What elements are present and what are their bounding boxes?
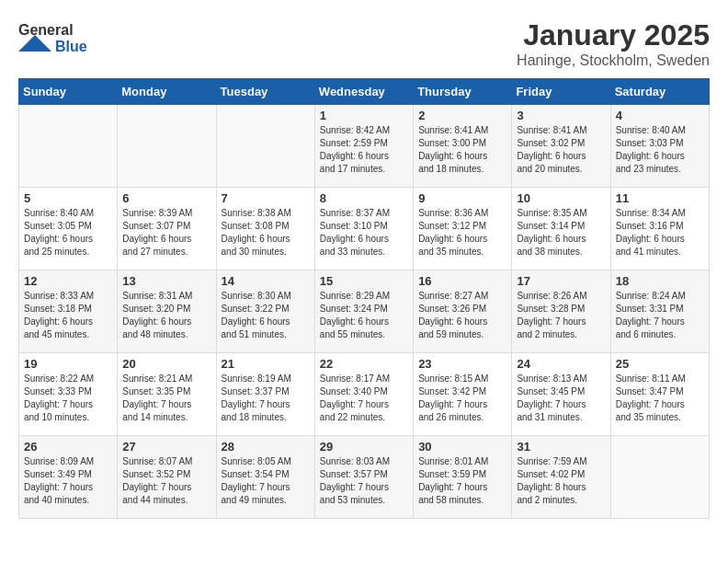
- calendar-week-5: 26Sunrise: 8:09 AM Sunset: 3:49 PM Dayli…: [19, 436, 710, 519]
- svg-text:Blue: Blue: [55, 39, 87, 52]
- day-info: Sunrise: 7:59 AM Sunset: 4:02 PM Dayligh…: [517, 455, 605, 507]
- day-info: Sunrise: 8:24 AM Sunset: 3:31 PM Dayligh…: [616, 290, 704, 341]
- day-number: 5: [24, 191, 112, 205]
- day-number: 2: [418, 109, 506, 122]
- svg-text:General: General: [18, 22, 74, 38]
- weekday-header-sunday: Sunday: [19, 79, 118, 105]
- calendar-cell: 17Sunrise: 8:26 AM Sunset: 3:28 PM Dayli…: [512, 270, 610, 353]
- day-info: Sunrise: 8:21 AM Sunset: 3:35 PM Dayligh…: [122, 373, 210, 424]
- day-number: 19: [24, 357, 112, 371]
- day-info: Sunrise: 8:41 AM Sunset: 3:00 PM Dayligh…: [418, 124, 506, 176]
- day-info: Sunrise: 8:01 AM Sunset: 3:59 PM Dayligh…: [418, 455, 506, 507]
- calendar-cell: 11Sunrise: 8:34 AM Sunset: 3:16 PM Dayli…: [610, 188, 709, 270]
- day-info: Sunrise: 8:31 AM Sunset: 3:20 PM Dayligh…: [122, 290, 210, 341]
- day-number: 30: [418, 440, 506, 454]
- calendar-cell: 26Sunrise: 8:09 AM Sunset: 3:49 PM Dayli…: [19, 436, 118, 519]
- day-info: Sunrise: 8:11 AM Sunset: 3:47 PM Dayligh…: [616, 373, 704, 424]
- day-number: 16: [418, 274, 506, 288]
- day-info: Sunrise: 8:37 AM Sunset: 3:10 PM Dayligh…: [320, 207, 408, 259]
- day-info: Sunrise: 8:40 AM Sunset: 3:03 PM Dayligh…: [616, 124, 704, 176]
- day-number: 8: [320, 191, 408, 205]
- calendar-cell: 31Sunrise: 7:59 AM Sunset: 4:02 PM Dayli…: [512, 436, 610, 519]
- day-info: Sunrise: 8:19 AM Sunset: 3:37 PM Dayligh…: [222, 373, 310, 424]
- day-number: 27: [122, 440, 210, 454]
- day-info: Sunrise: 8:30 AM Sunset: 3:22 PM Dayligh…: [222, 290, 310, 341]
- day-number: 31: [517, 440, 605, 454]
- day-number: 20: [122, 357, 210, 371]
- day-number: 12: [24, 274, 112, 288]
- calendar-cell: 16Sunrise: 8:27 AM Sunset: 3:26 PM Dayli…: [414, 270, 512, 353]
- day-number: 24: [517, 357, 605, 371]
- weekday-header-tuesday: Tuesday: [216, 79, 314, 105]
- day-info: Sunrise: 8:22 AM Sunset: 3:33 PM Dayligh…: [24, 373, 112, 424]
- day-info: Sunrise: 8:15 AM Sunset: 3:42 PM Dayligh…: [418, 373, 506, 424]
- day-info: Sunrise: 8:13 AM Sunset: 3:45 PM Dayligh…: [517, 373, 605, 424]
- day-info: Sunrise: 8:26 AM Sunset: 3:28 PM Dayligh…: [517, 290, 605, 341]
- calendar-cell: 20Sunrise: 8:21 AM Sunset: 3:35 PM Dayli…: [118, 353, 216, 436]
- day-info: Sunrise: 8:07 AM Sunset: 3:52 PM Dayligh…: [122, 455, 210, 507]
- calendar-cell: 30Sunrise: 8:01 AM Sunset: 3:59 PM Dayli…: [414, 436, 512, 519]
- day-number: 25: [616, 357, 704, 371]
- day-number: 3: [517, 109, 605, 122]
- day-info: Sunrise: 8:09 AM Sunset: 3:49 PM Dayligh…: [24, 455, 112, 507]
- day-number: 1: [320, 109, 408, 122]
- calendar-cell: 21Sunrise: 8:19 AM Sunset: 3:37 PM Dayli…: [216, 353, 314, 436]
- calendar-cell: 13Sunrise: 8:31 AM Sunset: 3:20 PM Dayli…: [118, 270, 216, 353]
- calendar-cell: 14Sunrise: 8:30 AM Sunset: 3:22 PM Dayli…: [216, 270, 314, 353]
- calendar-week-3: 12Sunrise: 8:33 AM Sunset: 3:18 PM Dayli…: [19, 270, 710, 353]
- day-info: Sunrise: 8:38 AM Sunset: 3:08 PM Dayligh…: [222, 207, 310, 259]
- calendar-cell: 1Sunrise: 8:42 AM Sunset: 2:59 PM Daylig…: [314, 105, 413, 188]
- day-info: Sunrise: 8:03 AM Sunset: 3:57 PM Dayligh…: [320, 455, 408, 507]
- weekday-header-wednesday: Wednesday: [314, 79, 413, 105]
- page-title: January 2025: [517, 18, 710, 52]
- calendar-cell: 2Sunrise: 8:41 AM Sunset: 3:00 PM Daylig…: [414, 105, 512, 188]
- calendar-cell: 3Sunrise: 8:41 AM Sunset: 3:02 PM Daylig…: [512, 105, 610, 188]
- calendar-cell: 19Sunrise: 8:22 AM Sunset: 3:33 PM Dayli…: [19, 353, 118, 436]
- logo-svg: General Blue: [18, 18, 119, 52]
- day-number: 28: [222, 440, 310, 454]
- day-number: 7: [222, 191, 310, 205]
- day-info: Sunrise: 8:17 AM Sunset: 3:40 PM Dayligh…: [320, 373, 408, 424]
- day-number: 18: [616, 274, 704, 288]
- calendar-cell: 10Sunrise: 8:35 AM Sunset: 3:14 PM Dayli…: [512, 188, 610, 270]
- calendar-cell: 29Sunrise: 8:03 AM Sunset: 3:57 PM Dayli…: [314, 436, 413, 519]
- calendar-week-4: 19Sunrise: 8:22 AM Sunset: 3:33 PM Dayli…: [19, 353, 710, 436]
- calendar-cell: 15Sunrise: 8:29 AM Sunset: 3:24 PM Dayli…: [314, 270, 413, 353]
- day-number: 21: [222, 357, 310, 371]
- calendar-cell: 4Sunrise: 8:40 AM Sunset: 3:03 PM Daylig…: [610, 105, 709, 188]
- calendar-cell: 24Sunrise: 8:13 AM Sunset: 3:45 PM Dayli…: [512, 353, 610, 436]
- calendar-cell: 12Sunrise: 8:33 AM Sunset: 3:18 PM Dayli…: [19, 270, 118, 353]
- calendar-cell: [19, 105, 118, 188]
- day-info: Sunrise: 8:27 AM Sunset: 3:26 PM Dayligh…: [418, 290, 506, 341]
- day-number: 23: [418, 357, 506, 371]
- day-info: Sunrise: 8:05 AM Sunset: 3:54 PM Dayligh…: [222, 455, 310, 507]
- calendar-table: SundayMondayTuesdayWednesdayThursdayFrid…: [18, 78, 710, 519]
- day-info: Sunrise: 8:41 AM Sunset: 3:02 PM Dayligh…: [517, 124, 605, 176]
- calendar-cell: [118, 105, 216, 188]
- day-number: 4: [616, 109, 704, 122]
- calendar-cell: 8Sunrise: 8:37 AM Sunset: 3:10 PM Daylig…: [314, 188, 413, 270]
- day-number: 15: [320, 274, 408, 288]
- calendar-cell: 28Sunrise: 8:05 AM Sunset: 3:54 PM Dayli…: [216, 436, 314, 519]
- day-info: Sunrise: 8:34 AM Sunset: 3:16 PM Dayligh…: [616, 207, 704, 259]
- calendar-cell: 25Sunrise: 8:11 AM Sunset: 3:47 PM Dayli…: [610, 353, 709, 436]
- page-location: Haninge, Stockholm, Sweden: [517, 52, 710, 69]
- day-number: 22: [320, 357, 408, 371]
- weekday-header-friday: Friday: [512, 79, 610, 105]
- calendar-cell: 7Sunrise: 8:38 AM Sunset: 3:08 PM Daylig…: [216, 188, 314, 270]
- day-number: 17: [517, 274, 605, 288]
- day-number: 9: [418, 191, 506, 205]
- calendar-cell: 27Sunrise: 8:07 AM Sunset: 3:52 PM Dayli…: [118, 436, 216, 519]
- calendar-cell: [610, 436, 709, 519]
- calendar-week-2: 5Sunrise: 8:40 AM Sunset: 3:05 PM Daylig…: [19, 188, 710, 270]
- day-number: 6: [122, 191, 210, 205]
- calendar-cell: [216, 105, 314, 188]
- calendar-cell: 23Sunrise: 8:15 AM Sunset: 3:42 PM Dayli…: [414, 353, 512, 436]
- title-block: January 2025 Haninge, Stockholm, Sweden: [517, 18, 710, 69]
- day-info: Sunrise: 8:33 AM Sunset: 3:18 PM Dayligh…: [24, 290, 112, 341]
- calendar-cell: 5Sunrise: 8:40 AM Sunset: 3:05 PM Daylig…: [19, 188, 118, 270]
- day-info: Sunrise: 8:29 AM Sunset: 3:24 PM Dayligh…: [320, 290, 408, 341]
- calendar-cell: 9Sunrise: 8:36 AM Sunset: 3:12 PM Daylig…: [414, 188, 512, 270]
- day-number: 29: [320, 440, 408, 454]
- day-number: 11: [616, 191, 704, 205]
